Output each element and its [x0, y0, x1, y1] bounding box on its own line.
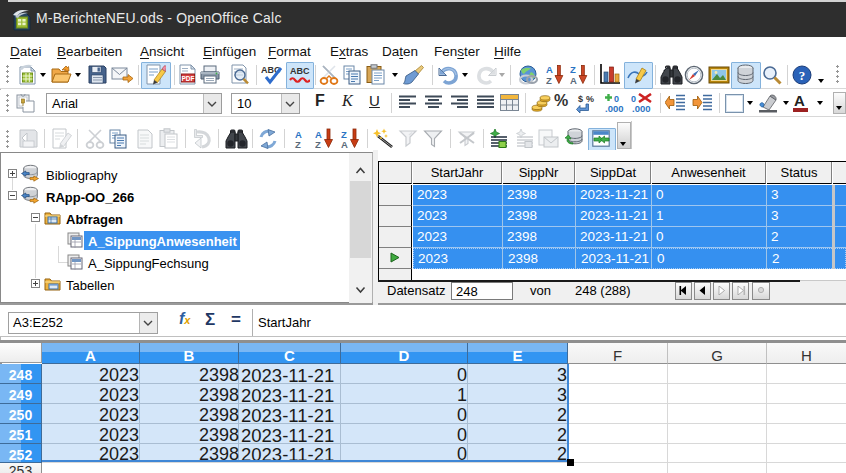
svg-text:A: A	[341, 139, 348, 149]
svg-text:PDF: PDF	[182, 75, 195, 82]
svg-text:Z: Z	[570, 64, 576, 75]
svg-text:Z: Z	[546, 75, 552, 86]
svg-text:ABC: ABC	[290, 66, 310, 76]
svg-text:%: %	[586, 94, 594, 104]
svg-text:Z: Z	[341, 129, 347, 140]
svg-text:.000: .000	[632, 103, 651, 113]
svg-text:?: ?	[799, 68, 806, 83]
svg-text:A: A	[546, 64, 553, 75]
svg-text:Z: Z	[315, 139, 321, 149]
svg-text:.000: .000	[605, 103, 624, 113]
svg-text:A: A	[315, 129, 322, 140]
svg-text:Z: Z	[295, 139, 301, 149]
svg-text:A: A	[570, 75, 577, 86]
svg-text:A: A	[295, 129, 302, 140]
svg-text:$: $	[578, 94, 583, 104]
